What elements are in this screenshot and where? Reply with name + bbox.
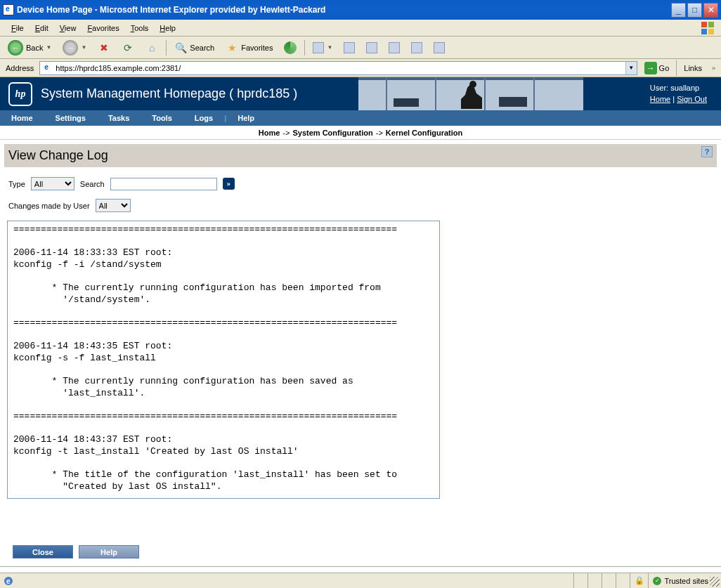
status-segment-lock: 🔒 [630, 573, 648, 589]
close-window-button[interactable]: ✕ [703, 3, 718, 18]
type-select[interactable]: All [31, 177, 74, 190]
history-icon [284, 41, 297, 54]
home-link[interactable]: Home [650, 95, 670, 103]
svg-rect-11 [394, 98, 419, 107]
nav-logs[interactable]: Logs [183, 114, 224, 122]
refresh-icon: ⟳ [122, 41, 134, 54]
research-button[interactable] [406, 39, 427, 56]
browser-viewport: hp System Management Homepage ( hprdc185… [0, 77, 721, 567]
status-left: e [0, 575, 573, 587]
menu-file[interactable]: File [6, 22, 30, 34]
home-button[interactable]: ⌂ [141, 39, 163, 57]
breadcrumb-sysconfig[interactable]: System Configuration [292, 129, 372, 137]
back-icon: ← [8, 40, 23, 55]
menu-help[interactable]: Help [154, 22, 181, 34]
svg-rect-2 [701, 29, 707, 34]
address-label: Address [3, 64, 37, 72]
go-button[interactable]: → Go [640, 60, 674, 76]
page-body: View Change Log ? Type All Search » Chan… [0, 140, 721, 506]
nav-tasks[interactable]: Tasks [97, 114, 141, 122]
resize-grip[interactable] [710, 577, 720, 587]
signout-link[interactable]: Sign Out [677, 95, 707, 103]
svg-rect-0 [701, 22, 707, 27]
search-field-label: Search [80, 180, 105, 188]
edit-button[interactable] [361, 39, 382, 56]
user-select[interactable]: All [96, 199, 131, 212]
page-title-bar: View Change Log ? [4, 144, 717, 167]
stop-button[interactable]: ✖ [93, 39, 115, 57]
toolbar-separator-2 [304, 40, 305, 55]
svg-rect-1 [708, 22, 714, 27]
history-button[interactable] [279, 39, 301, 57]
back-button[interactable]: ← Back ▼ [3, 37, 56, 58]
change-log-textarea[interactable]: ========================================… [7, 221, 440, 499]
forward-button[interactable]: → ▼ [58, 37, 91, 58]
svg-rect-3 [708, 29, 714, 34]
nav-tools[interactable]: Tools [141, 114, 183, 122]
favorites-label: Favorites [241, 44, 273, 52]
print-icon [344, 42, 355, 53]
edit-icon [366, 42, 377, 53]
discuss-icon [389, 42, 400, 53]
mail-icon [313, 42, 324, 53]
menu-favorites[interactable]: Favorites [82, 22, 124, 34]
page-icon [41, 63, 53, 74]
forward-dropdown-icon: ▼ [81, 44, 86, 51]
maximize-button[interactable]: □ [687, 3, 702, 18]
search-label: Search [190, 44, 214, 52]
changes-user-label: Changes made by User [8, 202, 90, 210]
svg-rect-5 [358, 77, 583, 80]
help-button[interactable]: Help [79, 545, 139, 558]
nav-home[interactable]: Home [0, 114, 44, 122]
type-label: Type [8, 180, 25, 188]
user-box: User: suallanp Home | Sign Out [640, 80, 721, 107]
status-segment [587, 573, 602, 589]
menu-tools[interactable]: Tools [125, 22, 155, 34]
button-row: Close Help [13, 545, 139, 558]
menubar: File Edit View Favorites Tools Help [0, 20, 721, 37]
smh-banner-image [358, 77, 583, 110]
menu-edit[interactable]: Edit [30, 22, 54, 34]
window-controls: _ □ ✕ [671, 3, 718, 18]
favorites-button[interactable]: ★ Favorites [221, 39, 278, 57]
windows-logo-icon [700, 20, 715, 36]
search-go-button[interactable]: » [223, 178, 235, 190]
star-icon: ★ [226, 41, 238, 54]
toolbar-separator [166, 40, 167, 55]
breadcrumb-home[interactable]: Home [259, 129, 280, 137]
messenger-button[interactable] [429, 39, 450, 56]
links-chevron-icon[interactable]: » [709, 65, 718, 72]
svg-point-10 [469, 81, 476, 88]
status-segment [602, 573, 616, 589]
address-input[interactable] [54, 63, 625, 74]
page-help-icon[interactable]: ? [701, 146, 713, 157]
close-button[interactable]: Close [13, 545, 73, 558]
smh-header: hp System Management Homepage ( hprdc185… [0, 77, 721, 110]
nav-help[interactable]: Help [226, 114, 266, 122]
filter-row-2: Changes made by User All [8, 199, 714, 212]
status-segment [573, 573, 587, 589]
stop-icon: ✖ [98, 41, 110, 54]
mail-button[interactable]: ▼ [308, 39, 337, 56]
window-title: Device Home Page - Microsoft Internet Ex… [17, 5, 671, 15]
address-dropdown[interactable]: ▼ [625, 62, 637, 74]
addressbar: Address ▼ → Go Links » [0, 59, 721, 77]
breadcrumb-kernelconfig[interactable]: Kernel Configuration [386, 129, 462, 137]
print-button[interactable] [339, 39, 360, 56]
back-label: Back [26, 44, 43, 52]
links-button[interactable]: Links [680, 64, 706, 72]
search-button[interactable]: 🔍 Search [169, 39, 219, 57]
search-input[interactable] [110, 178, 217, 190]
trusted-icon: ✓ [653, 577, 661, 585]
ie-status-icon: e [3, 575, 14, 587]
minimize-button[interactable]: _ [671, 3, 686, 18]
smh-nav: Home Settings Tasks Tools Logs | Help [0, 110, 721, 126]
back-dropdown-icon: ▼ [46, 44, 51, 51]
breadcrumb-arrow-icon: -> [373, 129, 386, 137]
discuss-button[interactable] [384, 39, 405, 56]
refresh-button[interactable]: ⟳ [117, 39, 139, 57]
menu-view[interactable]: View [54, 22, 82, 34]
zone-label: Trusted sites [664, 577, 708, 585]
nav-settings[interactable]: Settings [44, 114, 97, 122]
window-titlebar: Device Home Page - Microsoft Internet Ex… [0, 0, 721, 20]
